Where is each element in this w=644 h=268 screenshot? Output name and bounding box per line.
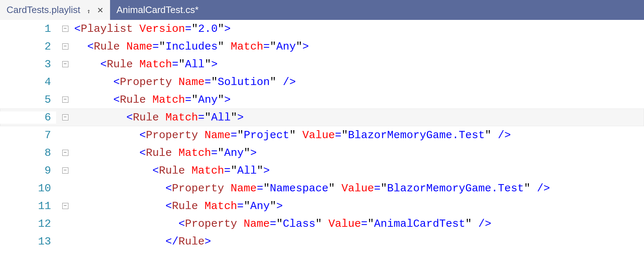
tab-active[interactable]: CardTests.playlist [0,0,110,20]
fold-gutter: − [56,203,74,209]
code-line[interactable]: 5− <Rule Match="Any"> [0,91,644,109]
fold-gutter: − [56,61,74,67]
fold-gutter: − [56,43,74,50]
fold-toggle-icon[interactable]: − [62,26,68,32]
code-line[interactable]: 10 <Property Name="Namespace" Value="Bla… [0,179,644,197]
line-number: 7 [0,129,56,141]
code-text: <Property Name="Class" Value="AnimalCard… [74,218,644,230]
code-line[interactable]: 2− <Rule Name="Includes" Match="Any"> [0,38,644,55]
code-text: <Rule Match="All"> [74,58,644,71]
line-number: 10 [0,182,56,195]
code-text: <Rule Match="Any"> [74,94,644,106]
close-icon[interactable] [97,7,104,13]
line-number: 6 [0,111,56,124]
code-line[interactable]: 3− <Rule Match="All"> [0,55,644,73]
line-number: 13 [0,235,56,248]
code-text: </Rule> [74,235,644,248]
fold-gutter: − [56,97,74,103]
code-text: <Property Name="Namespace" Value="Blazor… [74,182,644,195]
line-number: 4 [0,76,56,88]
fold-toggle-icon[interactable]: − [62,167,68,174]
code-text: <Rule Match="All"> [74,165,644,177]
code-line[interactable]: 1−<Playlist Version="2.0"> [0,20,644,38]
tab-label: AnimalCardTest.cs* [117,4,199,16]
code-text: <Property Name="Project" Value="BlazorMe… [74,129,644,141]
code-editor[interactable]: 1−<Playlist Version="2.0">2− <Rule Name=… [0,20,644,268]
tab-bar: CardTests.playlist AnimalCardTest.cs* [0,0,644,20]
code-line[interactable]: 8− <Rule Match="Any"> [0,144,644,162]
fold-toggle-icon[interactable]: − [62,61,68,67]
fold-gutter: − [56,167,74,174]
tab-label: CardTests.playlist [7,4,80,16]
line-number: 12 [0,218,56,230]
code-line[interactable]: 13 </Rule> [0,233,644,250]
code-text: <Playlist Version="2.0"> [74,23,644,35]
code-line[interactable]: 7 <Property Name="Project" Value="Blazor… [0,126,644,144]
fold-gutter: − [56,150,74,156]
line-number: 5 [0,94,56,106]
code-line[interactable]: 11− <Rule Match="Any"> [0,197,644,215]
fold-toggle-icon[interactable]: − [62,114,68,120]
fold-toggle-icon[interactable]: − [62,43,68,50]
pin-icon[interactable] [85,7,92,13]
line-number: 8 [0,147,56,159]
fold-toggle-icon[interactable]: − [62,150,68,156]
line-number: 3 [0,58,56,71]
line-number: 11 [0,200,56,212]
fold-toggle-icon[interactable]: − [62,203,68,209]
code-text: <Rule Match="Any"> [74,200,644,212]
line-number: 1 [0,23,56,35]
code-line[interactable]: 12 <Property Name="Class" Value="AnimalC… [0,215,644,233]
code-line[interactable]: 9− <Rule Match="All"> [0,162,644,179]
tab-inactive[interactable]: AnimalCardTest.cs* [110,0,205,20]
code-text: <Rule Match="Any"> [74,147,644,159]
fold-gutter: − [56,114,74,120]
fold-toggle-icon[interactable]: − [62,97,68,103]
line-number: 2 [0,41,56,53]
fold-gutter: − [56,26,74,32]
line-number: 9 [0,165,56,177]
code-text: <Rule Name="Includes" Match="Any"> [74,41,644,53]
code-line[interactable]: 6− <Rule Match="All"> [0,109,644,126]
code-text: <Property Name="Solution" /> [74,76,644,88]
code-line[interactable]: 4 <Property Name="Solution" /> [0,73,644,91]
code-text: <Rule Match="All"> [74,111,644,124]
